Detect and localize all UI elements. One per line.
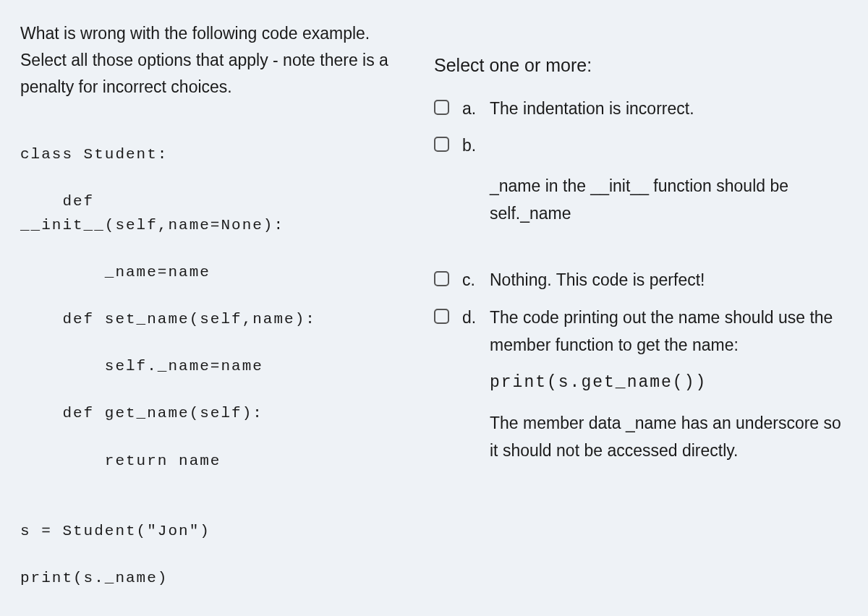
- code-sample: class Student: def __init__(self,name=No…: [20, 143, 420, 590]
- option-a: a. The indentation is incorrect.: [434, 95, 848, 123]
- checkbox-b[interactable]: [434, 137, 449, 152]
- option-d-text: The code printing out the name should us…: [490, 304, 848, 465]
- option-c-text: Nothing. This code is perfect!: [490, 267, 848, 294]
- option-d-intro: The code printing out the name should us…: [490, 308, 833, 354]
- checkbox-d[interactable]: [434, 309, 449, 324]
- option-b: b. _name in the __init__ function should…: [434, 132, 848, 228]
- option-c: c. Nothing. This code is perfect!: [434, 267, 848, 294]
- option-b-letter: b.: [462, 132, 485, 159]
- options-list: a. The indentation is incorrect. b. _nam…: [434, 95, 848, 465]
- option-d-code: print(s.get_name()): [490, 369, 848, 397]
- option-c-letter: c.: [462, 267, 485, 294]
- checkbox-a[interactable]: [434, 100, 449, 115]
- option-d-trail: The member data _name has an underscore …: [490, 414, 841, 460]
- question-prompt: What is wrong with the following code ex…: [20, 20, 420, 100]
- checkbox-c[interactable]: [434, 271, 449, 286]
- question-column: What is wrong with the following code ex…: [0, 20, 434, 616]
- option-a-letter: a.: [462, 95, 485, 122]
- option-a-text: The indentation is incorrect.: [490, 95, 848, 123]
- answers-column: Select one or more: a. The indentation i…: [434, 20, 868, 616]
- option-b-text: _name in the __init__ function should be…: [490, 173, 848, 228]
- answer-instruction: Select one or more:: [434, 52, 848, 80]
- option-d: d. The code printing out the name should…: [434, 304, 848, 465]
- option-d-letter: d.: [462, 304, 485, 331]
